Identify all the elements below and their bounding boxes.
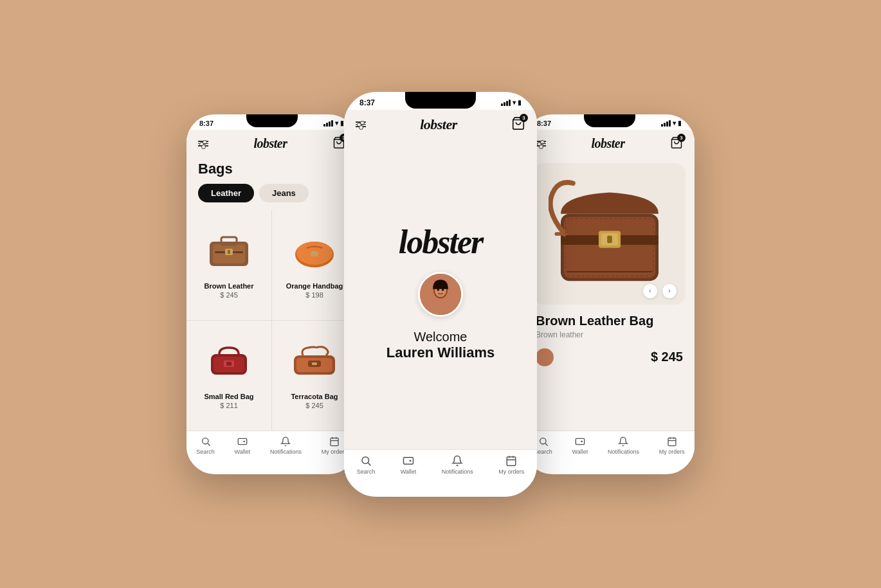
filter-icon-right[interactable] (536, 141, 546, 147)
app-content-left: lobster 3 Bags Leather Jeans (186, 130, 357, 461)
wifi-icon: ▾ (335, 120, 338, 127)
svg-line-51 (545, 443, 548, 446)
product-price-red: $ 211 (220, 402, 238, 409)
svg-rect-6 (228, 250, 230, 254)
wifi-icon-center: ▾ (513, 99, 516, 106)
welcome-greeting: Welcome (386, 330, 495, 344)
logo-right: lobster (591, 136, 624, 151)
notch-center (405, 92, 476, 109)
welcome-logo: lobster (399, 226, 482, 259)
nav-orders-label-right: My orders (659, 449, 685, 455)
cart-icon-right[interactable]: 3 (670, 136, 683, 152)
filter-leather[interactable]: Leather (198, 184, 254, 202)
wifi-icon-right: ▾ (673, 120, 676, 127)
nav-orders-label-left: My orders (322, 449, 347, 455)
nav-wallet-label-center: Wallet (401, 468, 417, 475)
svg-point-33 (362, 457, 369, 464)
product-detail-image-area: ‹ › (533, 163, 686, 305)
product-price-orange: $ 198 (305, 291, 323, 299)
nav-notifications-right[interactable]: Notifications (608, 436, 639, 455)
nav-orders-label-center: My orders (498, 468, 524, 475)
phone-center: 8:37 ▾ ▮ lobster (344, 92, 537, 497)
svg-rect-13 (226, 362, 232, 366)
svg-rect-20 (238, 438, 246, 444)
nav-search-label-left: Search (196, 449, 215, 455)
product-img-red (193, 330, 265, 388)
cart-icon-center[interactable]: 3 (511, 116, 525, 133)
nav-orders-center[interactable]: My orders (498, 455, 524, 475)
logo-center: lobster (420, 116, 457, 133)
products-grid: Brown Leather $ 245 Orange Ha (186, 210, 357, 431)
svg-rect-46 (607, 236, 612, 243)
nav-notifications-label-left: Notifications (270, 449, 302, 455)
cart-badge-right: 3 (677, 134, 686, 142)
svg-point-18 (202, 438, 208, 443)
nav-notifications-label-right: Notifications (608, 449, 639, 455)
product-card-red[interactable]: Small Red Bag $ 211 (186, 321, 271, 431)
nav-orders-right[interactable]: My orders (659, 436, 685, 455)
cart-icon-left[interactable]: 3 (332, 136, 345, 152)
time-center: 8:37 (359, 98, 375, 107)
status-icons-right: ▾ ▮ (661, 120, 682, 127)
header-right: lobster 3 (524, 130, 695, 157)
welcome-name: Lauren Williams (386, 344, 495, 361)
product-card-brown[interactable]: Brown Leather $ 245 (186, 210, 271, 320)
product-name-orange: Orange Handbag (286, 282, 343, 290)
nav-wallet-center[interactable]: Wallet (401, 455, 417, 475)
color-price-row: $ 245 (536, 348, 683, 366)
filter-icon[interactable] (198, 141, 208, 147)
nav-search-label-center: Search (357, 468, 376, 475)
product-img-terracotta (278, 330, 350, 388)
svg-line-19 (208, 443, 210, 446)
brown-leather-bag-img (203, 226, 255, 271)
header-left: lobster 3 (186, 130, 357, 157)
phone-right: 8:37 ▾ ▮ lobster (524, 114, 695, 474)
product-name-red: Small Red Bag (204, 393, 253, 400)
time-left: 8:37 (199, 120, 213, 127)
nav-orders-left[interactable]: My orders (322, 436, 347, 455)
detail-bag-svg (549, 174, 671, 293)
product-price-terracotta: $ 245 (305, 402, 323, 409)
nav-wallet-right[interactable]: Wallet (572, 436, 588, 455)
svg-rect-52 (576, 438, 584, 444)
filter-jeans[interactable]: Jeans (259, 184, 309, 202)
nav-search-left[interactable]: Search (196, 436, 215, 455)
nav-notifications-left[interactable]: Notifications (270, 436, 302, 455)
nav-search-center[interactable]: Search (357, 455, 376, 475)
logo-left: lobster (253, 136, 287, 151)
user-avatar (418, 272, 463, 317)
svg-rect-21 (331, 438, 338, 445)
terracotta-bag-img (289, 336, 340, 381)
detail-price: $ 245 (651, 350, 683, 364)
detail-product-sub: Brown leather (536, 330, 683, 339)
app-content-right: lobster 3 (524, 130, 695, 461)
notch-left (246, 114, 298, 127)
nav-wallet-left[interactable]: Wallet (235, 436, 251, 455)
product-img-orange (278, 219, 350, 277)
product-name-brown: Brown Leather (204, 282, 253, 290)
small-red-bag-img (203, 336, 255, 381)
filter-tabs: Leather Jeans (186, 184, 357, 210)
signal-icon (323, 120, 333, 127)
nav-wallet-label-left: Wallet (235, 449, 251, 455)
time-right: 8:37 (537, 120, 551, 127)
signal-icon-right (661, 120, 671, 127)
nav-notifications-center[interactable]: Notifications (442, 455, 473, 475)
detail-product-name: Brown Leather Bag (536, 314, 683, 328)
next-arrow[interactable]: › (662, 284, 677, 298)
filter-icon-center[interactable] (356, 121, 366, 127)
prev-arrow[interactable]: ‹ (643, 284, 657, 298)
phone-left: 8:37 ▾ ▮ lobster (186, 114, 357, 474)
svg-rect-9 (311, 251, 318, 256)
svg-rect-35 (404, 457, 413, 464)
cart-badge-center: 3 (520, 114, 528, 122)
product-price-brown: $ 245 (220, 291, 238, 299)
battery-icon-right: ▮ (678, 120, 682, 127)
page-title-left: Bags (186, 157, 357, 184)
color-swatch[interactable] (536, 348, 554, 366)
orange-handbag-img (289, 226, 340, 271)
product-detail-info: Brown Leather Bag Brown leather $ 245 (524, 305, 695, 431)
nav-notifications-label-center: Notifications (442, 468, 473, 475)
bottom-nav-left: Search Wallet Notifications (186, 431, 357, 461)
bottom-nav-right: Search Wallet Notifications (524, 431, 695, 461)
